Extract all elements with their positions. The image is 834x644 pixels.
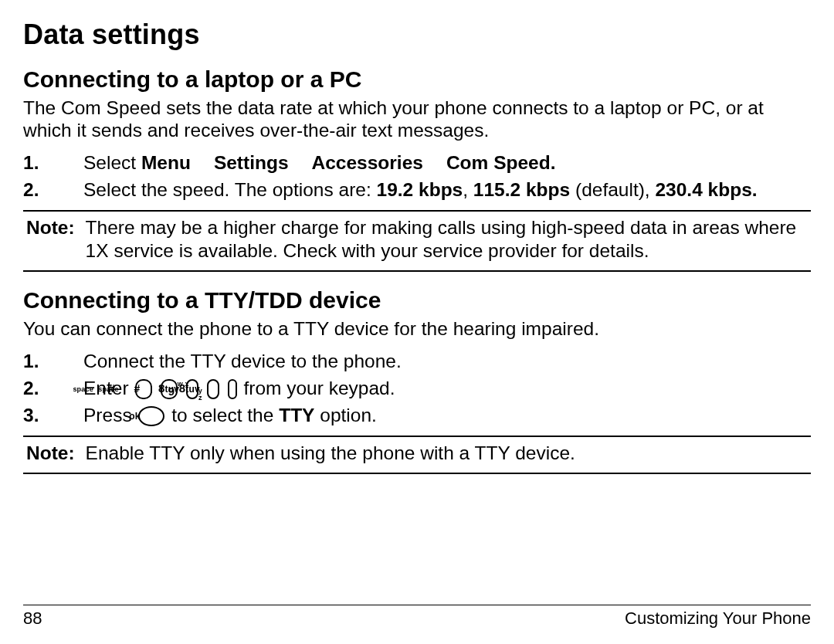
page-title: Data settings: [23, 19, 811, 51]
steps-tty: 1.Connect the TTY device to the phone. 2…: [57, 348, 811, 428]
page-number: 88: [23, 608, 42, 629]
divider: [23, 436, 811, 437]
note-text: Enable TTY only when using the phone wit…: [86, 442, 811, 465]
page-footer: 88 Customizing Your Phone: [23, 605, 811, 629]
key-ok-icon: ok: [138, 406, 164, 426]
step-tty-1: 1.Connect the TTY device to the phone.: [57, 348, 811, 374]
note-label: Note:: [26, 216, 75, 263]
footer-section-name: Customizing Your Phone: [625, 608, 811, 629]
note-tty: Note: Enable TTY only when using the pho…: [26, 442, 811, 465]
step-tty-3: 3.Press ok to select the TTY option.: [57, 402, 811, 428]
heading-pc: Connecting to a laptop or a PC: [23, 66, 811, 93]
menu-path: MenuSettingsAccessoriesCom Speed: [141, 152, 551, 173]
divider: [23, 210, 811, 212]
intro-tty: You can connect the phone to a TTY devic…: [23, 318, 811, 341]
footer-rule: [23, 605, 811, 605]
key-9wxyz-icon: w xy z9: [228, 379, 237, 399]
intro-pc: The Com Speed sets the data rate at whic…: [23, 97, 811, 142]
manual-page: Data settings Connecting to a laptop or …: [0, 0, 834, 644]
note-pc: Note: There may be a higher charge for m…: [26, 216, 811, 263]
heading-tty: Connecting to a TTY/TDD device: [23, 287, 811, 314]
note-text: There may be a higher charge for making …: [86, 216, 811, 263]
step-tty-2: 2.Enter space# space# 8tuv 8tuv w xy z9 …: [57, 375, 811, 401]
key-8tuv-icon: 8tuv: [207, 379, 219, 399]
note-label: Note:: [26, 442, 75, 465]
step-pc-1: 1.Select MenuSettingsAccessoriesCom Spee…: [57, 150, 811, 175]
divider: [23, 473, 811, 474]
steps-pc: 1.Select MenuSettingsAccessoriesCom Spee…: [57, 150, 811, 202]
divider: [23, 270, 811, 272]
step-pc-2: 2.Select the speed. The options are: 19.…: [57, 177, 811, 202]
